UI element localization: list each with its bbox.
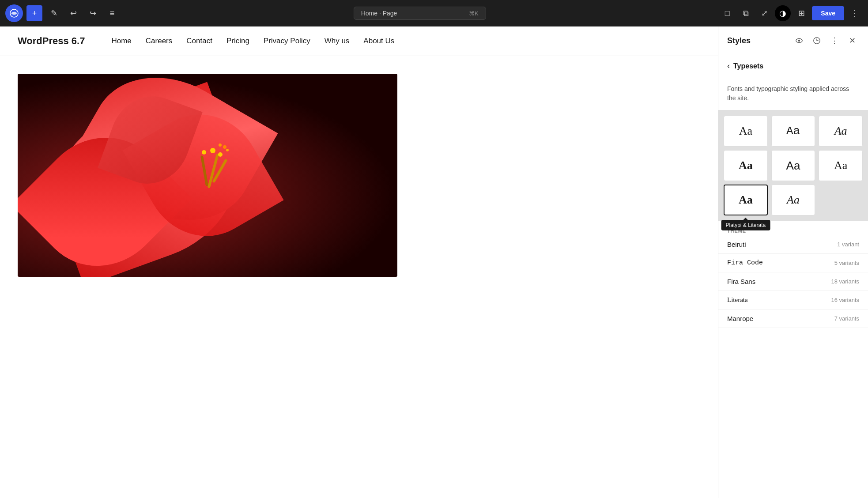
nav-item-contact[interactable]: Contact xyxy=(186,37,212,45)
hero-image[interactable] xyxy=(18,74,397,277)
typeset-item-3[interactable]: Aa xyxy=(724,150,768,181)
stamen-tip-3 xyxy=(202,150,206,155)
nav-item-why-us[interactable]: Why us xyxy=(325,37,350,45)
typeset-item-7[interactable]: Aa xyxy=(771,185,815,215)
font-row-fira-code[interactable]: Fira Code 5 variants xyxy=(718,254,868,272)
stamen-tip-2 xyxy=(218,152,223,157)
list-view-button[interactable]: ≡ xyxy=(104,5,120,21)
styles-history-button[interactable] xyxy=(810,34,824,48)
typesets-nav[interactable]: ‹ Typesets xyxy=(718,55,868,77)
page-title-display[interactable]: Home · Page ⌘K xyxy=(354,7,486,20)
font-row-beiruti[interactable]: Beiruti 1 variant xyxy=(718,235,868,254)
font-name-fira-sans: Fira Sans xyxy=(727,278,755,285)
font-variants-beiruti: 1 variant xyxy=(837,241,859,248)
font-name-fira-code: Fira Code xyxy=(727,259,763,267)
pollen-2 xyxy=(226,149,229,151)
styles-close-button[interactable]: ✕ xyxy=(845,34,859,48)
back-arrow-icon: ‹ xyxy=(727,61,730,71)
wp-logo-icon[interactable] xyxy=(5,4,23,22)
panel-description: Fonts and typographic styling applied ac… xyxy=(718,77,868,110)
font-name-beiruti: Beiruti xyxy=(727,241,746,248)
resize-button[interactable]: ⤢ xyxy=(756,5,772,21)
font-variants-manrope: 7 variants xyxy=(834,315,859,322)
redo-button[interactable]: ↪ xyxy=(85,5,101,21)
typesets-heading: Typesets xyxy=(733,62,763,70)
pollen-3 xyxy=(219,143,222,147)
panel-header: Styles ⋮ ✕ xyxy=(718,26,868,55)
save-button[interactable]: Save xyxy=(812,6,844,20)
site-header: WordPress 6.7 Home Careers Contact Prici… xyxy=(0,26,718,56)
nav-item-about-us[interactable]: About Us xyxy=(363,37,394,45)
typeset-item-1[interactable]: Aa xyxy=(771,116,815,147)
typeset-label-2: Aa xyxy=(834,124,847,138)
add-button[interactable]: + xyxy=(26,5,42,21)
typeset-label-4: Aa xyxy=(786,159,800,173)
nav-item-pricing[interactable]: Pricing xyxy=(226,37,249,45)
typeset-label-5: Aa xyxy=(834,159,847,172)
site-navigation: Home Careers Contact Pricing Privacy Pol… xyxy=(111,37,394,45)
typeset-label-1: Aa xyxy=(786,124,800,138)
font-name-literata: Literata xyxy=(727,296,748,304)
typeset-item-6[interactable]: Aa Platypi & Literata xyxy=(724,185,768,215)
right-panel: Styles ⋮ ✕ ‹ Typesets Fonts and typog xyxy=(718,26,868,498)
page-title-text: Home · Page xyxy=(361,10,397,17)
typeset-label-0: Aa xyxy=(739,124,752,138)
hero-area xyxy=(0,56,718,277)
typeset-label-6: Aa xyxy=(739,193,753,207)
typeset-tooltip: Platypi & Literata xyxy=(721,220,770,230)
styles-title: Styles xyxy=(727,36,789,45)
font-row-manrope[interactable]: Manrope 7 variants xyxy=(718,309,868,328)
toolbar-center: Home · Page ⌘K xyxy=(124,7,716,20)
site-logo: WordPress 6.7 xyxy=(18,35,85,47)
undo-button[interactable]: ↩ xyxy=(65,5,81,21)
nav-item-privacy-policy[interactable]: Privacy Policy xyxy=(264,37,310,45)
typeset-item-0[interactable]: Aa xyxy=(724,116,768,147)
typeset-grid: Aa Aa Aa Aa Aa Aa Aa Platypi & Literata xyxy=(718,110,868,221)
layout-button[interactable]: ⊞ xyxy=(793,5,809,21)
pollen-1 xyxy=(223,145,226,149)
edit-button[interactable]: ✎ xyxy=(46,5,62,21)
contrast-button[interactable]: ◑ xyxy=(775,5,791,21)
shortcut-hint: ⌘K xyxy=(469,10,479,17)
styles-eye-button[interactable] xyxy=(792,34,806,48)
typeset-label-7: Aa xyxy=(787,193,800,207)
main-layout: WordPress 6.7 Home Careers Contact Prici… xyxy=(0,26,868,498)
typeset-item-4[interactable]: Aa xyxy=(771,150,815,181)
typeset-label-3: Aa xyxy=(739,159,753,172)
view-button[interactable]: □ xyxy=(719,5,735,21)
toolbar-right: □ ⧉ ⤢ ◑ ⊞ Save ⋮ xyxy=(719,5,863,21)
more-options-button[interactable]: ⋮ xyxy=(847,5,863,21)
svg-point-2 xyxy=(798,40,800,42)
font-variants-literata: 16 variants xyxy=(831,297,859,303)
font-row-fira-sans[interactable]: Fira Sans 18 variants xyxy=(718,272,868,291)
font-list: Beiruti 1 variant Fira Code 5 variants F… xyxy=(718,235,868,328)
font-variants-fira-code: 5 variants xyxy=(834,260,859,266)
stamen-tip-1 xyxy=(210,148,215,153)
typeset-item-5[interactable]: Aa xyxy=(819,150,863,181)
font-row-literata[interactable]: Literata 16 variants xyxy=(718,291,868,309)
typeset-item-2[interactable]: Aa xyxy=(819,116,863,147)
external-link-button[interactable]: ⧉ xyxy=(738,5,754,21)
styles-more-button[interactable]: ⋮ xyxy=(827,34,842,48)
font-variants-fira-sans: 18 variants xyxy=(831,278,859,285)
toolbar: + ✎ ↩ ↪ ≡ Home · Page ⌘K □ ⧉ ⤢ ◑ ⊞ Save … xyxy=(0,0,868,26)
nav-item-home[interactable]: Home xyxy=(111,37,131,45)
font-name-manrope: Manrope xyxy=(727,315,753,322)
nav-item-careers[interactable]: Careers xyxy=(146,37,172,45)
page-canvas: WordPress 6.7 Home Careers Contact Prici… xyxy=(0,26,718,498)
